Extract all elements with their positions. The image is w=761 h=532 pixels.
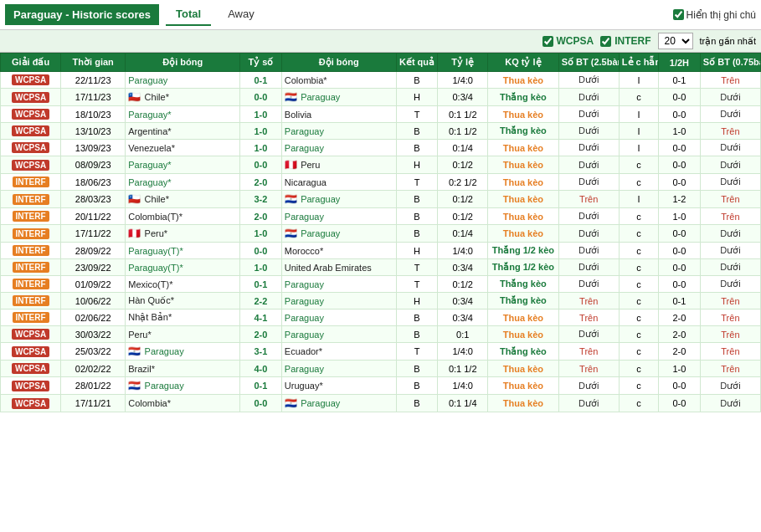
cell-team2[interactable]: 🇵🇾 Paraguay xyxy=(281,395,396,412)
cell-score[interactable]: 3-2 xyxy=(240,191,282,208)
cell-league: INTERF xyxy=(1,243,61,259)
cell-sobt075: Trên xyxy=(700,309,760,326)
cell-team2[interactable]: 🇵🇾 Paraguay xyxy=(281,191,396,208)
cell-ketqua: B xyxy=(396,123,438,140)
cell-tyle: 0:1/4 xyxy=(438,140,488,156)
cell-team1[interactable]: Paraguay(T)* xyxy=(126,259,240,276)
cell-time: 28/09/22 xyxy=(61,243,126,259)
cell-team1[interactable]: Paraguay* xyxy=(126,106,240,123)
cell-league: INTERF xyxy=(1,276,61,293)
cell-team1[interactable]: Colombia* xyxy=(126,395,240,412)
cell-team2[interactable]: Paraguay xyxy=(281,309,396,326)
cell-tyle: 0:1/2 xyxy=(438,191,488,208)
cell-team1[interactable]: Nhật Bản* xyxy=(126,309,240,326)
cell-half: 0-0 xyxy=(659,89,701,106)
cell-team1[interactable]: 🇵🇾 Paraguay xyxy=(126,377,240,395)
cell-team1[interactable]: Colombia(T)* xyxy=(126,208,240,225)
cell-sobt075: Trên xyxy=(700,361,760,377)
cell-team1[interactable]: Paraguay(T)* xyxy=(126,243,240,259)
cell-team1[interactable]: Peru* xyxy=(126,326,240,343)
cell-score[interactable]: 2-2 xyxy=(240,293,282,309)
cell-team1[interactable]: Venezuela* xyxy=(126,140,240,156)
cell-score[interactable]: 1-0 xyxy=(240,225,282,243)
count-select[interactable]: 5 10 20 30 50 xyxy=(658,33,693,49)
cell-ketqua: T xyxy=(396,343,438,361)
cell-team2[interactable]: Paraguay xyxy=(281,140,396,156)
cell-team1[interactable]: 🇵🇪 Peru* xyxy=(126,225,240,243)
cell-team2[interactable]: Nicaragua xyxy=(281,174,396,191)
cell-team1[interactable]: Paraguay* xyxy=(126,156,240,174)
cell-score[interactable]: 0-0 xyxy=(240,395,282,412)
cell-score[interactable]: 4-0 xyxy=(240,361,282,377)
cell-team1[interactable]: Hàn Quốc* xyxy=(126,293,240,309)
cell-team2[interactable]: Uruguay* xyxy=(281,377,396,395)
show-notes-label: Hiển thị ghi chú xyxy=(686,9,756,21)
cell-team2[interactable]: United Arab Emirates xyxy=(281,259,396,276)
cell-score[interactable]: 1-0 xyxy=(240,123,282,140)
cell-score[interactable]: 1-0 xyxy=(240,259,282,276)
header: Paraguay - Historic scores Total Away Hi… xyxy=(0,0,761,30)
cell-sobt25: Trên xyxy=(558,309,619,326)
cell-score[interactable]: 0-0 xyxy=(240,89,282,106)
cell-team2[interactable]: Paraguay xyxy=(281,276,396,293)
cell-kqtyle: Thua kèo xyxy=(488,309,559,326)
cell-team1[interactable]: Argentina* xyxy=(126,123,240,140)
cell-league: WCPSA xyxy=(1,343,61,361)
col-ketqua: Kết quả xyxy=(396,54,438,72)
cell-team2[interactable]: 🇵🇾 Paraguay xyxy=(281,89,396,106)
cell-score[interactable]: 0-1 xyxy=(240,276,282,293)
tab-total[interactable]: Total xyxy=(166,3,211,26)
cell-team2[interactable]: Morocco* xyxy=(281,243,396,259)
cell-score[interactable]: 0-0 xyxy=(240,243,282,259)
cell-score[interactable]: 0-1 xyxy=(240,377,282,395)
cell-score[interactable]: 0-1 xyxy=(240,72,282,89)
cell-kqtyle: Thua kèo xyxy=(488,395,559,412)
tab-away[interactable]: Away xyxy=(218,3,265,26)
cell-time: 18/10/23 xyxy=(61,106,126,123)
show-notes-checkbox[interactable] xyxy=(673,9,684,20)
cell-team2[interactable]: Paraguay xyxy=(281,293,396,309)
show-notes-checkbox-label[interactable]: Hiển thị ghi chú xyxy=(673,9,756,21)
cell-time: 02/06/22 xyxy=(61,309,126,326)
table-row: INTERF28/03/23🇨🇱 Chile*3-2🇵🇾 ParaguayB0:… xyxy=(1,191,761,208)
cell-score[interactable]: 1-0 xyxy=(240,106,282,123)
cell-score[interactable]: 1-0 xyxy=(240,140,282,156)
cell-team2[interactable]: 🇵🇪 Peru xyxy=(281,156,396,174)
cell-score[interactable]: 3-1 xyxy=(240,343,282,361)
table-row: INTERF18/06/23Paraguay*2-0NicaraguaT0:2 … xyxy=(1,174,761,191)
interf-checkbox[interactable] xyxy=(600,36,611,47)
cell-ketqua: B xyxy=(396,361,438,377)
cell-lec: c xyxy=(619,243,658,259)
interf-label[interactable]: INTERF xyxy=(614,35,650,47)
cell-team2[interactable]: Paraguay xyxy=(281,208,396,225)
cell-team1[interactable]: 🇵🇾 Paraguay xyxy=(126,343,240,361)
cell-team2[interactable]: Bolivia xyxy=(281,106,396,123)
cell-score[interactable]: 2-0 xyxy=(240,208,282,225)
cell-score[interactable]: 4-1 xyxy=(240,309,282,326)
cell-score[interactable]: 2-0 xyxy=(240,326,282,343)
cell-team1[interactable]: Paraguay xyxy=(126,72,240,89)
cell-team1[interactable]: Mexico(T)* xyxy=(126,276,240,293)
cell-time: 17/11/21 xyxy=(61,395,126,412)
cell-half: 1-2 xyxy=(659,191,701,208)
cell-time: 20/11/22 xyxy=(61,208,126,225)
cell-team1[interactable]: 🇨🇱 Chile* xyxy=(126,191,240,208)
cell-score[interactable]: 2-0 xyxy=(240,174,282,191)
cell-team1[interactable]: 🇨🇱 Chile* xyxy=(126,89,240,106)
cell-team2[interactable]: Paraguay xyxy=(281,123,396,140)
cell-lec: c xyxy=(619,208,658,225)
cell-team2[interactable]: Paraguay xyxy=(281,326,396,343)
cell-team2[interactable]: Paraguay xyxy=(281,361,396,377)
table-row: INTERF01/09/22Mexico(T)*0-1ParaguayT0:1/… xyxy=(1,276,761,293)
cell-team1[interactable]: Brazil* xyxy=(126,361,240,377)
cell-team2[interactable]: 🇵🇾 Paraguay xyxy=(281,225,396,243)
cell-team2[interactable]: Ecuador* xyxy=(281,343,396,361)
wcpsa-checkbox[interactable] xyxy=(542,36,553,47)
cell-team2[interactable]: Colombia* xyxy=(281,72,396,89)
cell-score[interactable]: 0-0 xyxy=(240,156,282,174)
cell-ketqua: H xyxy=(396,243,438,259)
cell-team1[interactable]: Paraguay* xyxy=(126,174,240,191)
cell-ketqua: B xyxy=(396,377,438,395)
cell-half: 0-0 xyxy=(659,140,701,156)
wcpsa-label[interactable]: WCPSA xyxy=(557,35,594,47)
